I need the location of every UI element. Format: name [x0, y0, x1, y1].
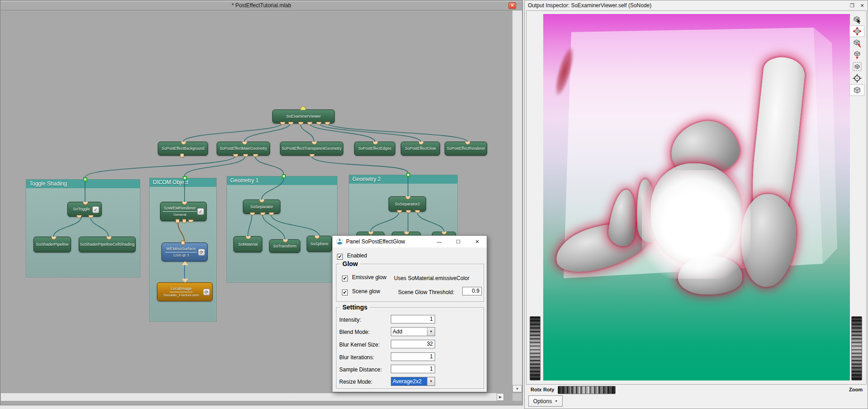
update-widget[interactable]: ⟳	[198, 249, 205, 256]
input-connector[interactable]	[325, 122, 330, 125]
node-soseparator2[interactable]: SoSeparator2	[389, 196, 426, 212]
output-connector[interactable]	[182, 219, 186, 223]
input-connector[interactable]	[181, 142, 186, 145]
roty-thumbwheel[interactable]	[558, 386, 616, 394]
focus-point-button[interactable]	[849, 72, 864, 84]
output-connector[interactable]	[243, 154, 248, 157]
chevron-down-icon[interactable]: ▼	[427, 377, 435, 385]
output-connector[interactable]	[233, 154, 238, 157]
render-check-widget[interactable]: ✓	[197, 208, 204, 215]
input-connector[interactable]	[288, 122, 294, 125]
close-window-button[interactable]: ✕	[508, 2, 516, 9]
node-sowemrenderer[interactable]: SoWEMRenderer General ✓	[160, 202, 207, 221]
fit-scene-button[interactable]	[849, 61, 864, 72]
toggle-check-widget[interactable]: ✓	[92, 206, 99, 213]
input-connector[interactable]	[83, 202, 88, 205]
input-connector[interactable]	[242, 142, 247, 145]
output-connector[interactable]	[180, 153, 184, 157]
node-soexaminerviewer[interactable]: SoExaminerViewer	[272, 109, 335, 124]
maximize-button[interactable]: ☐	[449, 236, 468, 247]
3d-viewport[interactable]	[543, 14, 850, 380]
restore-button[interactable]: ❐	[847, 3, 857, 9]
blend-mode-combo[interactable]: Add ▼	[391, 327, 435, 336]
enabled-checkbox[interactable]: ✔	[337, 254, 343, 260]
graph-window-titlebar[interactable]: * PostEffectTutorial.mlab	[1, 1, 522, 10]
reload-widget[interactable]: ⟳	[203, 289, 210, 295]
node-localimage[interactable]: LocalImage Shoulder_Fracture.dcm ⟳	[157, 282, 213, 301]
resize-mode-combo[interactable]: Average2x2 ▼	[391, 377, 435, 386]
node-soshaderpipelinecellshading[interactable]: SoShaderPipelineCellShading	[79, 237, 136, 252]
input-connector[interactable]	[106, 237, 112, 240]
output-connector[interactable]	[182, 261, 188, 265]
view-down-button[interactable]	[849, 49, 864, 61]
output-connector[interactable]	[253, 154, 258, 157]
input-connector[interactable]	[312, 142, 317, 145]
node-sotoggle[interactable]: SoToggle ✓	[67, 202, 102, 217]
input-connector[interactable]	[316, 122, 322, 125]
input-connector[interactable]	[51, 237, 57, 240]
input-connector[interactable]	[298, 122, 304, 125]
input-connector[interactable]	[314, 236, 320, 239]
input-connector[interactable]	[259, 200, 265, 203]
horizontal-scrollbar[interactable]: ▶	[1, 393, 504, 401]
intensity-field[interactable]: 1	[391, 315, 435, 323]
scroll-down-button[interactable]: ▼	[512, 385, 522, 392]
node-soshaderpipeline[interactable]: SoShaderPipeline	[33, 237, 71, 252]
input-connector[interactable]	[280, 122, 285, 125]
chevron-down-icon[interactable]: ▼	[427, 328, 435, 336]
input-connector[interactable]	[418, 142, 424, 145]
node-soseparator[interactable]: SoSeparator	[243, 200, 280, 214]
input-connector[interactable]	[181, 241, 185, 245]
output-connector[interactable]	[175, 219, 180, 223]
rotx-thumbwheel[interactable]	[530, 316, 541, 380]
node-somaterial[interactable]: SoMaterial	[233, 236, 262, 252]
emissive-glow-checkbox[interactable]: ✔	[342, 276, 348, 281]
output-connector[interactable]	[300, 106, 306, 110]
scene-glow-checkbox[interactable]: ✔	[342, 290, 348, 295]
options-button[interactable]: Options ▼	[528, 395, 563, 407]
node-sosphere[interactable]: SoSphere	[307, 236, 332, 252]
node-soposteffecttransparentgeometry[interactable]: SoPostEffectTransparentGeometry	[280, 142, 343, 156]
inspector-titlebar[interactable]: Output Inspector: SoExaminerViewer.self …	[525, 1, 867, 10]
input-connector[interactable]	[465, 142, 470, 145]
input-connector[interactable]	[182, 279, 188, 283]
node-sotransform[interactable]: SoTransform	[269, 239, 300, 253]
group-input-connector[interactable]	[83, 177, 87, 181]
input-connector[interactable]	[368, 232, 374, 235]
input-connector[interactable]	[246, 236, 251, 239]
zoom-thumbwheel[interactable]	[851, 316, 862, 380]
blur-iterations-field[interactable]: 1	[391, 352, 435, 361]
node-soposteffectedges[interactable]: SoPostEffectEdges	[354, 142, 395, 156]
group-geometry-2-header[interactable]: Geometry 2	[349, 175, 457, 184]
input-connector[interactable]	[405, 196, 411, 200]
minimize-button[interactable]: —	[430, 236, 449, 247]
dialog-close-button[interactable]: ✕	[468, 236, 487, 247]
node-soposteffectglow[interactable]: SoPostEffectGlow	[401, 142, 440, 156]
inspector-close-button[interactable]: ✕	[857, 3, 867, 9]
vertical-scrollbar[interactable]: ▼	[512, 10, 522, 392]
sample-distance-field[interactable]: 1	[391, 365, 435, 373]
pick-mode-button[interactable]	[849, 14, 864, 25]
input-connector[interactable]	[373, 142, 378, 145]
input-connector[interactable]	[441, 232, 447, 235]
group-input-connector[interactable]	[282, 174, 286, 178]
group-input-connector[interactable]	[406, 173, 410, 177]
scroll-right-button[interactable]: ▶	[497, 393, 504, 401]
node-soposteffectbackground[interactable]: SoPostEffectBackground	[158, 142, 208, 156]
group-input-connector[interactable]	[183, 176, 187, 180]
input-connector[interactable]	[307, 122, 313, 125]
perspective-cube-button[interactable]	[849, 84, 864, 96]
scene-glow-threshold-field[interactable]: 0.9	[462, 287, 482, 295]
output-connector[interactable]	[309, 154, 315, 157]
node-soposteffectrenderer[interactable]: SoPostEffectRenderer	[445, 142, 487, 156]
node-wemisosurface[interactable]: WEMIsoSurface 1200 @ 3 ⟳	[161, 243, 208, 262]
input-connector[interactable]	[283, 239, 288, 243]
input-connector[interactable]	[182, 202, 187, 205]
blur-kernel-size-field[interactable]: 32	[391, 340, 435, 348]
node-soposteffectmaingeometry[interactable]: SoPostEffectMainGeometry	[217, 142, 270, 156]
examine-mode-button[interactable]	[849, 25, 864, 37]
seek-mode-button[interactable]	[849, 37, 864, 49]
group-geometry-1[interactable]: Geometry 1	[227, 176, 337, 283]
input-connector[interactable]	[404, 232, 409, 235]
group-toggle-shading[interactable]: Toggle Shading	[26, 179, 140, 277]
